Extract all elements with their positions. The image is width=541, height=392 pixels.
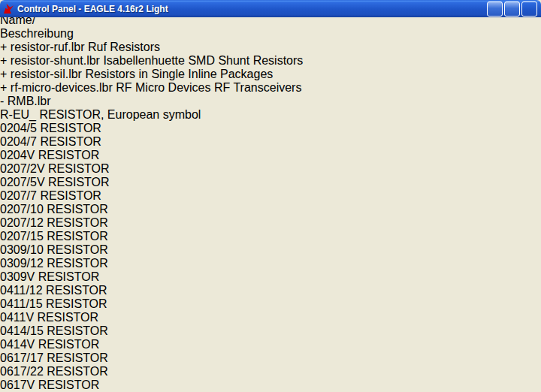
tree-item-description: RESISTOR [38, 378, 100, 391]
tree-row[interactable]: 0414V RESISTOR [0, 338, 541, 351]
tree-row[interactable]: 0207/5V RESISTOR [0, 176, 541, 189]
tree-rows: + resistor-ruf.lbr Ruf Resistors + resis… [0, 41, 541, 392]
tree-item-description: RESISTOR [46, 297, 107, 310]
tree-item-description: RESISTOR [38, 149, 100, 161]
tree-item-name[interactable]: resistor-shunt.lbr [11, 54, 100, 67]
tree-item-description: RESISTOR [47, 351, 108, 364]
tree-item-name[interactable]: 0309/10 [0, 243, 44, 256]
tree-item-description: RESISTOR [48, 176, 110, 188]
tree-item-name[interactable]: 0204/7 [0, 135, 37, 148]
tree-row[interactable]: 0207/15 RESISTOR [0, 230, 541, 243]
tree-row[interactable]: 0411/12 RESISTOR [0, 284, 541, 297]
tree-item-name[interactable]: resistor-sil.lbr [11, 68, 82, 80]
expand-toggle-icon[interactable]: + [0, 41, 7, 53]
eagle-app-icon [4, 4, 14, 14]
tree-item-name[interactable]: 0411/12 [0, 284, 43, 297]
tree-header: Name/ Beschreibung [0, 14, 541, 41]
window-title: Control Panel - EAGLE 4.16r2 Light [17, 4, 487, 14]
tree-row[interactable]: + resistor-sil.lbr Resistors in Single I… [0, 68, 541, 81]
tree-item-name[interactable]: 0414/15 [0, 324, 44, 337]
tree-row[interactable]: 0414/15 RESISTOR [0, 324, 541, 338]
tree-item-name[interactable]: 0204V [0, 149, 35, 161]
close-button[interactable] [521, 2, 537, 17]
tree-item-name[interactable]: rf-micro-devices.lbr [11, 81, 113, 94]
tree-item-name[interactable]: 0617/22 [0, 365, 44, 378]
restore-button[interactable] [504, 2, 520, 17]
expand-toggle-icon[interactable]: + [0, 54, 7, 67]
tree-item-name[interactable]: 0414V [0, 338, 35, 351]
tree-item-name[interactable]: 0207/15 [0, 230, 44, 243]
tree-item-description: RESISTOR [40, 122, 101, 134]
tree-row[interactable]: 0207/7 RESISTOR [0, 189, 541, 203]
tree-item-description: Ruf Resistors [88, 41, 160, 53]
tree-item-description: RESISTOR [48, 162, 110, 175]
titlebar[interactable]: Control Panel - EAGLE 4.16r2 Light [0, 0, 541, 17]
tree-item-name[interactable]: 0617/17 [0, 351, 44, 364]
tree-row[interactable]: 0617V RESISTOR [0, 378, 541, 392]
expand-toggle-icon[interactable]: + [0, 68, 7, 80]
tree-row[interactable]: 0309/12 RESISTOR [0, 257, 541, 270]
expand-toggle-icon[interactable]: - [0, 95, 4, 107]
tree-item-description: Resistors in Single Inline Packages [85, 68, 273, 80]
tree-item-description: RESISTOR [47, 216, 108, 229]
tree-row[interactable]: R-EU_ RESISTOR, European symbol [0, 108, 541, 122]
tree-item-name[interactable]: 0411/15 [0, 297, 43, 310]
tree-item-name[interactable]: 0207/5V [0, 176, 45, 188]
tree-item-description: RESISTOR [38, 311, 99, 324]
tree-row[interactable]: 0207/2V RESISTOR [0, 162, 541, 176]
tree-item-description: RESISTOR [38, 270, 100, 283]
tree-item-name[interactable]: RMB.lbr [8, 95, 51, 107]
tree-row[interactable]: 0411V RESISTOR [0, 311, 541, 324]
tree-item-name[interactable]: resistor-ruf.lbr [11, 41, 85, 53]
tree-item-description: RESISTOR [40, 189, 101, 202]
tree-row[interactable]: 0207/12 RESISTOR [0, 216, 541, 230]
tree-row[interactable]: 0617/17 RESISTOR [0, 351, 541, 365]
tree-row[interactable]: + rf-micro-devices.lbr RF Micro Devices … [0, 81, 541, 95]
tree-row[interactable]: + resistor-shunt.lbr Isabellenhuette SMD… [0, 54, 541, 68]
tree-item-description: RESISTOR [47, 243, 108, 256]
column-header-description[interactable]: Beschreibung [0, 27, 541, 41]
tree-row[interactable]: 0411/15 RESISTOR [0, 297, 541, 311]
tree-item-description: RESISTOR [38, 338, 100, 351]
tree-item-name[interactable]: 0207/2V [0, 162, 45, 175]
tree-item-description: RESISTOR [40, 135, 101, 148]
tree-item-name[interactable]: R-EU_ [0, 108, 36, 121]
tree-item-name[interactable]: 0309/12 [0, 257, 44, 270]
tree-row[interactable]: + resistor-ruf.lbr Ruf Resistors [0, 41, 541, 54]
tree-item-description: RF Micro Devices RF Transceivers [116, 81, 301, 94]
tree-item-name[interactable]: 0411V [0, 311, 34, 324]
tree-row[interactable]: 0204V RESISTOR [0, 149, 541, 162]
tree-row[interactable]: 0617/22 RESISTOR [0, 365, 541, 378]
tree-item-description: RESISTOR [47, 257, 108, 270]
tree-row[interactable]: 0309V RESISTOR [0, 270, 541, 284]
tree-item-description: RESISTOR [47, 324, 108, 337]
tree-item-name[interactable]: 0207/12 [0, 216, 44, 229]
library-tree-panel: Name/ Beschreibung + resistor-ruf.lbr Ru… [0, 14, 541, 392]
tree-row[interactable]: 0204/7 RESISTOR [0, 135, 541, 149]
tree-item-description: RESISTOR [46, 284, 107, 297]
tree-item-description: Isabellenhuette SMD Shunt Resistors [103, 54, 303, 67]
tree-item-description: RESISTOR [47, 230, 108, 243]
tree-row[interactable]: 0204/5 RESISTOR [0, 122, 541, 135]
tree-row[interactable]: 0309/10 RESISTOR [0, 243, 541, 257]
expand-toggle-icon[interactable]: + [0, 81, 7, 94]
tree-item-description: RESISTOR [47, 365, 108, 378]
tree-item-description: RESISTOR [47, 203, 108, 216]
tree-item-name[interactable]: 0204/5 [0, 122, 37, 134]
tree-item-name[interactable]: 0309V [0, 270, 35, 283]
minimize-button[interactable] [487, 2, 503, 17]
tree-item-description: RESISTOR, European symbol [39, 108, 201, 121]
tree-row[interactable]: - RMB.lbr [0, 95, 541, 108]
tree-item-name[interactable]: 0207/7 [0, 189, 37, 202]
tree-item-name[interactable]: 0207/10 [0, 203, 44, 216]
tree-row[interactable]: 0207/10 RESISTOR [0, 203, 541, 216]
tree-item-name[interactable]: 0617V [0, 378, 35, 391]
column-description-label: Beschreibung [0, 27, 74, 40]
